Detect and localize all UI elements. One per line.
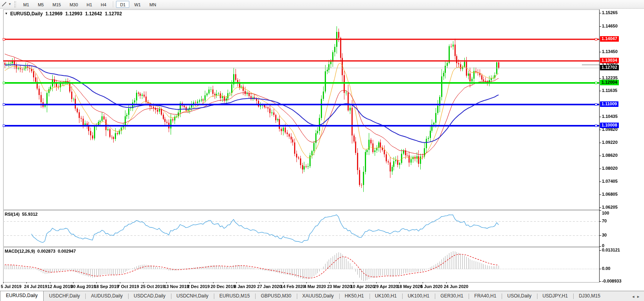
chart-tab-bar: EURUSD,DailyUSDCHF,DailyAUDUSD,DailyUSDC… [0, 291, 644, 301]
chart-tab-hk50-h1[interactable]: HK50,H1 [339, 292, 370, 301]
toolbar-grip-handle[interactable] [15, 1, 17, 7]
chart-tab-ger30-h1[interactable]: GER30,H1 [435, 292, 469, 301]
timeframe-button-h4[interactable]: H4 [97, 1, 110, 8]
timeframe-button-m5[interactable]: M5 [34, 1, 48, 8]
timeframe-button-h1[interactable]: H1 [83, 1, 96, 8]
timeframe-toolbar: ▼ M1M5M15M30H1H4D1W1MN [0, 0, 644, 9]
timeframe-button-m30[interactable]: M30 [66, 1, 82, 8]
draw-tool-icon[interactable] [1, 1, 7, 7]
timeframe-button-m15[interactable]: M15 [48, 1, 64, 8]
chart-tab-gbpusd-m30[interactable]: GBPUSD,M30 [255, 292, 296, 301]
chart-tab-xauusd-daily[interactable]: XAUUSD,Daily [297, 292, 339, 301]
chart-tab-usdcad-daily[interactable]: USDCAD,Daily [128, 292, 171, 301]
price-chart-canvas[interactable] [0, 0, 644, 301]
trading-app-window: ▼ M1M5M15M30H1H4D1W1MN ▼EURUSD,Daily1.12… [0, 0, 644, 301]
timeframe-buttons: M1M5M15M30H1H4D1W1MN [19, 0, 160, 9]
toolbar-separator [113, 1, 113, 7]
chart-tab-eurusd-daily[interactable]: EURUSD,Daily [0, 291, 44, 301]
chart-tab-usdchf-daily[interactable]: USDCHF,Daily [44, 292, 86, 301]
timeframe-button-m1[interactable]: M1 [19, 1, 33, 8]
chart-tab-audusd-daily[interactable]: AUDUSD,Daily [85, 292, 128, 301]
timeframe-button-w1[interactable]: W1 [130, 1, 145, 8]
chart-tab-usdjpy-h1[interactable]: USDJPY,H1 [537, 292, 573, 301]
chart-tab-uk100-h1[interactable]: UK100,H1 [370, 292, 402, 301]
chart-tab-dj30-m15[interactable]: DJ30,M15 [573, 292, 606, 301]
timeframe-button-d1[interactable]: D1 [116, 1, 129, 8]
chart-tab-usdcnh-daily[interactable]: USDCNH,Daily [171, 292, 214, 301]
chart-tab-eurusd-m15[interactable]: EURUSD,M15 [214, 292, 255, 301]
chart-tab-uk100-h1[interactable]: UK100,H1 [402, 292, 435, 301]
timeframe-button-mn[interactable]: MN [145, 1, 160, 8]
tab-scroll-arrows[interactable]: ◄► [631, 295, 642, 299]
chevron-down-icon[interactable]: ▼ [8, 2, 11, 6]
chart-tab-usoil-daily[interactable]: USOil,Daily [502, 292, 537, 301]
chart-tab-fra40-h1[interactable]: FRA40,H1 [469, 292, 502, 301]
